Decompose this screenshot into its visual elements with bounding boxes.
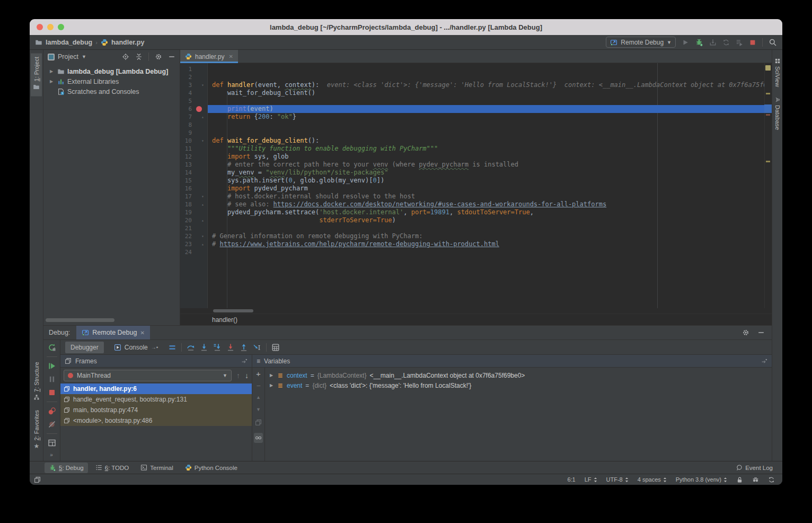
chevron-down-icon[interactable]: ▼ <box>82 54 86 59</box>
previous-frame-button[interactable]: ↑ <box>236 371 240 380</box>
project-panel-title[interactable]: Project <box>58 53 78 60</box>
tool-window-button-terminal[interactable]: Terminal <box>136 463 177 473</box>
tree-item-project-root[interactable]: ▶ lambda_debug [Lambda Debug] <box>43 66 180 76</box>
stop-button[interactable] <box>749 39 756 46</box>
debug-button[interactable] <box>695 38 703 47</box>
read-only-lock-icon[interactable] <box>736 476 743 483</box>
pin-tab-icon[interactable]: →▪ <box>151 344 158 350</box>
close-window-button[interactable] <box>37 24 43 30</box>
interpreter-widget[interactable]: Python 3.8 (venv) <box>676 476 727 483</box>
stack-frame[interactable]: handle_event_request, bootstrap.py:131 <box>60 394 252 405</box>
step-out-button[interactable] <box>240 343 248 352</box>
stack-frame[interactable]: main, bootstrap.py:474 <box>60 405 252 415</box>
tab-debugger[interactable]: Debugger <box>65 342 104 353</box>
zoom-window-button[interactable] <box>58 24 64 30</box>
stack-frame[interactable]: handler, handler.py:6 <box>60 383 252 394</box>
breadcrumb-project[interactable]: lambda_debug <box>46 39 92 46</box>
hide-panel-button[interactable] <box>757 329 765 336</box>
variable-row[interactable]: ▶event = {dict} <class 'dict'>: {'messag… <box>265 380 772 390</box>
mute-breakpoints-button[interactable] <box>48 420 56 429</box>
search-everywhere-icon[interactable] <box>769 38 777 47</box>
expand-arrow-icon[interactable]: ▶ <box>50 79 55 84</box>
close-tab-icon[interactable]: ✕ <box>228 54 233 59</box>
locate-file-button[interactable] <box>122 53 129 60</box>
editor-breadcrumb[interactable]: handler() <box>180 313 772 325</box>
editor-tab-handler-py[interactable]: handler.py ✕ <box>180 50 238 63</box>
expand-arrow-icon[interactable]: ▶ <box>270 383 274 388</box>
project-horizontal-scrollbar[interactable] <box>46 318 114 322</box>
settings-gear-icon[interactable] <box>155 53 162 60</box>
hide-tool-windows-icon[interactable] <box>34 476 41 483</box>
pin-icon[interactable] <box>761 358 767 364</box>
step-into-my-code-button[interactable] <box>213 343 222 352</box>
variable-row[interactable]: ▶context = {LambdaContext} <__main__.Lam… <box>265 370 772 380</box>
fold-marker-icon[interactable]: ▴ <box>201 216 204 224</box>
coverage-button[interactable] <box>722 39 730 46</box>
tool-window-button--debug[interactable]: 5: Debug <box>45 463 88 473</box>
hide-panel-button[interactable] <box>168 53 175 60</box>
collapse-all-button[interactable] <box>135 53 143 60</box>
code-editor[interactable]: 123▾def handler(event, context): event: … <box>180 63 772 308</box>
dracula-mode-icon[interactable] <box>752 476 759 483</box>
fold-marker-icon[interactable]: ▴ <box>201 201 204 208</box>
fold-marker-icon[interactable]: ▾ <box>201 81 204 89</box>
move-down-button[interactable]: ▼ <box>256 407 261 412</box>
more-actions-chevron[interactable]: » <box>50 452 54 458</box>
restore-layout-button[interactable] <box>48 439 56 447</box>
tree-item-scratches[interactable]: Scratches and Consoles <box>43 86 180 97</box>
step-over-button[interactable] <box>187 343 195 352</box>
tool-window-button--todo[interactable]: 6: TODO <box>91 463 134 473</box>
fold-marker-icon[interactable]: ▴ <box>201 113 204 121</box>
inspection-indicator[interactable] <box>765 65 771 71</box>
remove-watch-button[interactable]: − <box>256 383 260 388</box>
run-config-select[interactable]: Remote Debug ▼ <box>606 37 676 48</box>
resume-button[interactable] <box>48 362 56 370</box>
stop-button[interactable] <box>48 388 56 397</box>
breadcrumb-file[interactable]: handler.py <box>111 39 145 46</box>
editor-vertical-scrollbar[interactable] <box>764 63 772 308</box>
scrollbar-thumb[interactable] <box>213 309 253 312</box>
fold-marker-icon[interactable]: ▾ <box>201 137 204 145</box>
duplicate-watch-button[interactable] <box>255 419 262 426</box>
breakpoint-dot[interactable] <box>196 106 202 112</box>
fold-marker-icon[interactable]: ▾ <box>201 232 204 240</box>
fold-marker-icon[interactable]: ▾ <box>201 193 204 201</box>
expand-arrow-icon[interactable]: ▶ <box>50 69 55 74</box>
tool-window-button-python-console[interactable]: Python Console <box>181 463 242 473</box>
tool-stripe-structure[interactable]: 7: Structure <box>31 358 42 406</box>
tool-stripe-sciview[interactable]: SciView <box>772 52 783 91</box>
settings-gear-icon[interactable] <box>742 329 749 336</box>
minimize-window-button[interactable] <box>47 24 54 30</box>
view-breakpoints-button[interactable] <box>48 407 56 415</box>
running-list-button[interactable] <box>736 39 743 46</box>
next-frame-button[interactable]: ↓ <box>245 371 249 380</box>
add-watch-button[interactable]: + <box>256 371 261 377</box>
tree-item-external-libraries[interactable]: ▶ External Libraries <box>43 76 180 86</box>
expand-arrow-icon[interactable]: ▶ <box>270 373 274 378</box>
debug-session-tab[interactable]: Remote Debug ✕ <box>76 326 149 339</box>
thread-select[interactable]: MainThread ▼ <box>64 370 232 381</box>
pin-icon[interactable] <box>241 358 248 364</box>
run-to-cursor-button[interactable] <box>253 343 261 352</box>
show-watches-toggle[interactable] <box>254 433 263 443</box>
close-session-icon[interactable]: ✕ <box>140 330 144 336</box>
attach-to-process-button[interactable] <box>709 39 717 46</box>
line-separator-widget[interactable]: LF <box>585 476 597 483</box>
encoding-widget[interactable]: UTF-8 <box>606 476 629 483</box>
move-up-button[interactable]: ▲ <box>256 395 261 400</box>
pause-button[interactable] <box>48 375 56 383</box>
tool-stripe-project[interactable]: 1: Project <box>31 53 42 96</box>
caret-position-widget[interactable]: 6:1 <box>567 476 575 483</box>
force-step-into-button[interactable] <box>226 343 235 352</box>
indent-widget[interactable]: 4 spaces <box>638 476 667 483</box>
tool-stripe-database[interactable]: Database <box>772 91 783 134</box>
stack-frame[interactable]: <module>, bootstrap.py:486 <box>60 415 252 426</box>
tool-stripe-favorites[interactable]: ★2: Favorites <box>31 406 42 456</box>
sync-status-icon[interactable] <box>768 476 775 483</box>
fold-marker-icon[interactable]: ▴ <box>201 240 204 248</box>
run-button[interactable] <box>682 39 689 46</box>
tab-console[interactable]: Console →▪ <box>109 342 164 353</box>
step-into-button[interactable] <box>200 343 208 352</box>
event-log-button[interactable]: Event Log <box>731 463 777 473</box>
evaluate-expression-button[interactable] <box>271 343 280 352</box>
